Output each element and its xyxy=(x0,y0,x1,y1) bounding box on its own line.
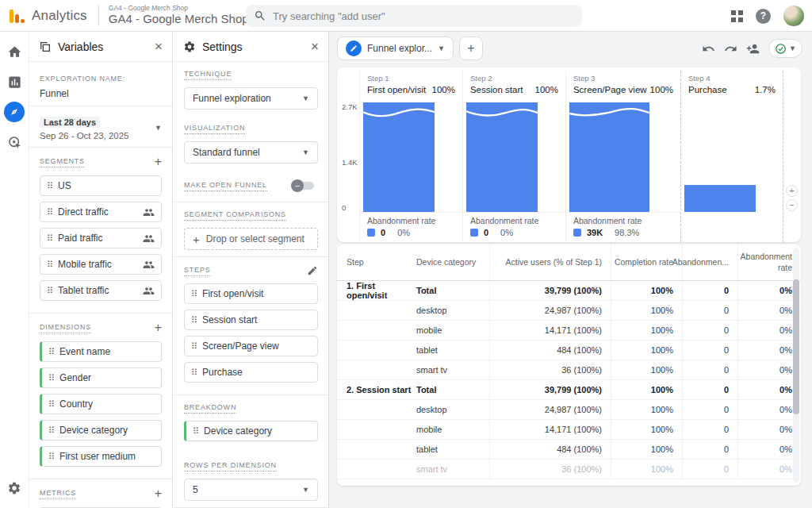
edit-tab-icon[interactable] xyxy=(346,40,362,56)
segment-chip[interactable]: ⠿ Paid traffic xyxy=(40,228,162,248)
nav-explore-icon[interactable] xyxy=(4,102,25,122)
breakdown-chip[interactable]: ⠿ Device category xyxy=(184,421,318,441)
exploration-canvas: Funnel explor... ▼ + ▼ 2.7K 1.4K 0 Step … xyxy=(329,32,812,508)
cell-abandonment-rate: 0% xyxy=(737,321,801,340)
search-input[interactable] xyxy=(273,10,574,22)
avatar[interactable] xyxy=(783,6,804,26)
col-header-completion-rate[interactable]: Completion rate xyxy=(611,244,682,280)
visualization-select[interactable]: Standard funnel ▼ xyxy=(184,141,318,164)
drag-handle-icon[interactable]: ⠿ xyxy=(193,426,198,437)
dimension-chip[interactable]: ⠿ Event name xyxy=(40,341,162,362)
segment-chip[interactable]: ⠿ Direct traffic xyxy=(40,202,162,222)
technique-select[interactable]: Funnel exploration ▼ xyxy=(184,87,318,110)
table-row[interactable]: mobile 14,171 (100%) 100% 0 0% xyxy=(337,321,801,341)
col-header-active-users[interactable]: Active users (% of Step 1) xyxy=(489,244,611,280)
drag-handle-icon[interactable]: ⠿ xyxy=(47,207,52,217)
close-icon[interactable]: × xyxy=(311,40,319,53)
make-open-funnel-toggle[interactable]: − xyxy=(291,179,315,192)
table-scrollbar[interactable] xyxy=(793,248,799,483)
table-row[interactable]: desktop 24,987 (100%) 100% 0 0% xyxy=(337,301,801,321)
date-range-picker[interactable]: Last 28 days Sep 26 - Oct 23, 2025 ▼ xyxy=(29,106,172,148)
drag-handle-icon[interactable]: ⠿ xyxy=(191,368,197,378)
chevron-down-icon: ▼ xyxy=(302,148,309,156)
col-header-abandonment-rate[interactable]: Abandonment rate xyxy=(737,244,801,280)
scrollbar-thumb[interactable] xyxy=(793,279,799,414)
step-chip[interactable]: ⠿ Screen/Page view xyxy=(184,336,318,356)
drag-handle-icon[interactable]: ⠿ xyxy=(48,373,54,383)
table-row[interactable]: smart tv 36 (100%) 100% 0 0% xyxy=(337,360,801,380)
col-header-device[interactable]: Device category xyxy=(416,244,489,280)
close-icon[interactable]: × xyxy=(155,40,163,53)
segment-chip[interactable]: ⠿ Mobile traffic xyxy=(40,254,162,275)
table-row[interactable]: 2. Session start Total 39,799 (100%) 100… xyxy=(337,380,801,400)
nav-home-icon[interactable] xyxy=(4,41,25,62)
drag-handle-icon[interactable]: ⠿ xyxy=(47,260,52,270)
step-name: Session start xyxy=(470,85,532,94)
table-row[interactable]: mobile 14,171 (100%) 100% 0 0% xyxy=(337,420,801,440)
col-header-abandonment[interactable]: Abandonmen... xyxy=(682,244,737,280)
table-row[interactable]: smart tv 36 (100%) 100% 0 0% xyxy=(337,460,801,479)
status-ok-button[interactable]: ▼ xyxy=(768,39,802,58)
table-row[interactable]: tablet 484 (100%) 100% 0 0% xyxy=(337,440,801,460)
step-chip[interactable]: ⠿ Session start xyxy=(184,310,318,330)
apps-grid-icon[interactable] xyxy=(731,10,743,22)
col-header-step[interactable]: Step xyxy=(337,244,416,280)
help-icon[interactable]: ? xyxy=(756,9,771,24)
redo-icon[interactable] xyxy=(724,42,737,56)
drag-handle-icon[interactable]: ⠿ xyxy=(47,233,52,244)
drag-handle-icon[interactable]: ⠿ xyxy=(47,181,52,191)
drag-handle-icon[interactable]: ⠿ xyxy=(48,452,54,462)
funnel-bar[interactable] xyxy=(363,102,435,212)
add-metric-icon[interactable]: + xyxy=(155,487,162,500)
table-row[interactable]: 1. First open/visit Total 39,799 (100%) … xyxy=(337,281,801,301)
add-dimension-icon[interactable]: + xyxy=(155,321,162,334)
drag-handle-icon[interactable]: ⠿ xyxy=(191,341,197,352)
trend-wave xyxy=(569,106,649,121)
trend-wave xyxy=(363,106,435,121)
dimension-chip[interactable]: ⠿ Gender xyxy=(40,368,162,388)
funnel-bar[interactable] xyxy=(684,185,756,213)
nav-admin-gear-icon[interactable] xyxy=(0,481,29,495)
rows-per-dimension-select[interactable]: 5 ▼ xyxy=(184,479,318,501)
drag-handle-icon[interactable]: ⠿ xyxy=(191,315,197,325)
funnel-chart: 2.7K 1.4K 0 Step 1 First open/visit 100%… xyxy=(337,67,801,242)
shared-segment-icon xyxy=(143,233,155,244)
zoom-out-button[interactable]: − xyxy=(786,199,798,211)
funnel-bar[interactable] xyxy=(466,102,538,212)
step-chip[interactable]: ⠿ Purchase xyxy=(184,362,318,383)
segment-chip[interactable]: ⠿ Tablet traffic xyxy=(40,280,162,301)
dimension-chip[interactable]: ⠿ Country xyxy=(40,394,162,414)
cell-completion-rate: 100% xyxy=(611,341,682,360)
dimension-chip[interactable]: ⠿ Device category xyxy=(40,420,162,441)
nav-advertising-icon[interactable] xyxy=(4,132,25,152)
table-row[interactable]: desktop 24,987 (100%) 100% 0 0% xyxy=(337,400,801,420)
cell-abandonment: 0 xyxy=(682,341,737,360)
cell-device: smart tv xyxy=(416,460,489,479)
drag-handle-icon[interactable]: ⠿ xyxy=(48,425,54,436)
nav-reports-icon[interactable] xyxy=(4,71,25,92)
drag-handle-icon[interactable]: ⠿ xyxy=(48,399,54,410)
funnel-bar[interactable] xyxy=(569,102,649,212)
cell-completion-rate: 100% xyxy=(611,301,682,320)
drag-handle-icon[interactable]: ⠿ xyxy=(48,347,54,357)
global-search[interactable] xyxy=(246,5,582,27)
cell-abandonment-rate: 0% xyxy=(737,380,801,399)
segment-chip[interactable]: ⠿ US xyxy=(40,175,162,196)
zoom-in-button[interactable]: + xyxy=(786,185,798,197)
table-row[interactable]: tablet 484 (100%) 100% 0 0% xyxy=(337,341,801,360)
undo-icon[interactable] xyxy=(702,42,715,56)
segment-drop-target[interactable]: + Drop or select segment xyxy=(184,228,318,250)
add-segment-icon[interactable]: + xyxy=(155,156,162,168)
property-switcher[interactable]: GA4 - Google Merch Shop GA4 - Google Mer… xyxy=(98,5,249,26)
share-user-icon[interactable] xyxy=(746,42,760,56)
exploration-name-value[interactable]: Funnel xyxy=(40,88,162,99)
dimension-chip[interactable]: ⠿ First user medium xyxy=(40,446,162,467)
step-chip[interactable]: ⠿ First open/visit xyxy=(184,283,318,304)
edit-steps-icon[interactable] xyxy=(307,265,318,276)
tab-funnel-exploration[interactable]: Funnel explor... ▼ xyxy=(337,37,454,60)
add-tab-button[interactable]: + xyxy=(459,37,483,60)
exploration-name-section: EXPLORATION NAME: Funnel xyxy=(29,62,172,106)
cell-abandonment-rate: 0% xyxy=(737,460,801,479)
drag-handle-icon[interactable]: ⠿ xyxy=(191,289,197,299)
drag-handle-icon[interactable]: ⠿ xyxy=(47,286,52,296)
